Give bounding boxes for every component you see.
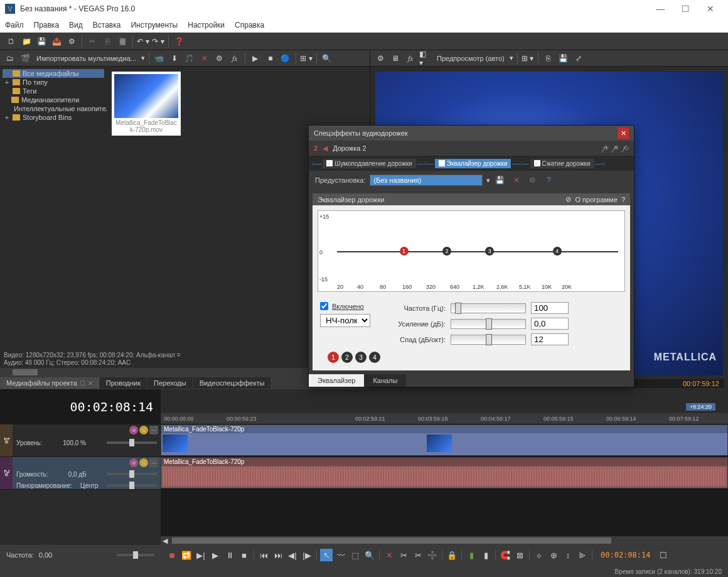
preview-props-icon[interactable]: ⚙ xyxy=(374,52,387,65)
solo-icon[interactable]: S xyxy=(139,458,148,467)
tree-all-media[interactable]: Все медиафайлы xyxy=(3,69,104,78)
track-header-video[interactable]: 1≡ ⊘S⋯ Уровень:100,0 % xyxy=(0,424,161,457)
eq-node-4[interactable]: 4 xyxy=(553,247,562,256)
tab-project-media[interactable]: Медиафайлы проекта☐✕ xyxy=(0,377,99,389)
stop-icon[interactable]: ■ xyxy=(238,549,250,561)
preview-external-icon[interactable]: 🖥 xyxy=(389,52,402,65)
go-start-icon[interactable]: ⏮ xyxy=(257,549,270,561)
rate-fader[interactable] xyxy=(117,554,154,556)
preset-delete-icon[interactable]: ✕ xyxy=(510,174,523,186)
tab-channels[interactable]: Каналы xyxy=(364,374,406,387)
go-end-icon[interactable]: ⏭ xyxy=(272,549,284,561)
ignore-icon[interactable]: ↕ xyxy=(562,549,574,561)
dialog-titlebar[interactable]: Спецэффекты аудиодорожек ✕ xyxy=(309,126,634,141)
eq-node-2[interactable]: 2 xyxy=(442,247,451,256)
preset-combo[interactable]: (Без названия) xyxy=(370,175,483,186)
media-fx-icon[interactable]: 𝑓𝑥 xyxy=(228,52,241,65)
preview-split-icon[interactable]: ◧ ▾ xyxy=(419,52,432,65)
loop-icon[interactable]: 🔁 xyxy=(180,549,193,561)
tree-tags[interactable]: Теги xyxy=(3,87,104,95)
preset-help-icon[interactable]: ? xyxy=(543,174,555,186)
help-icon[interactable]: ❓ xyxy=(173,35,185,48)
menu-view[interactable]: Вид xyxy=(69,21,83,30)
chain-eq[interactable]: ✓Эквалайзер дорожки xyxy=(435,159,511,168)
tab-videofx[interactable]: Видеоспецэффекты xyxy=(193,377,271,389)
import-label[interactable]: Импортировать мультимедиа... xyxy=(36,55,136,62)
stop-icon[interactable]: ■ xyxy=(264,52,277,65)
view-icon[interactable]: ⊞ ▾ xyxy=(300,52,313,65)
help-link[interactable]: ? xyxy=(621,196,625,203)
eq-node-1[interactable]: 1 xyxy=(400,247,409,256)
next-frame-icon[interactable]: |▶ xyxy=(301,549,313,561)
timeline-scrollbar[interactable]: ◀ xyxy=(161,536,728,545)
dialog-close-button[interactable]: ✕ xyxy=(618,127,629,139)
fx-chain-icon[interactable]: 𝑓○ xyxy=(623,144,629,153)
menu-options[interactable]: Настройки xyxy=(188,21,225,30)
menu-tools[interactable]: Инструменты xyxy=(131,21,178,30)
record-icon[interactable]: ⏺ xyxy=(166,549,178,561)
preview-scale-icon[interactable]: ⤢ xyxy=(572,52,585,65)
sync-icon[interactable]: ⊕ xyxy=(547,549,560,561)
cut-icon[interactable]: ✂ xyxy=(86,35,99,48)
normal-edit-icon[interactable]: ↖ xyxy=(320,549,333,561)
track-header-audio[interactable]: 2≡ ⊘S⋯ Громкость:0,0 дБ Панорамирование:… xyxy=(0,457,161,490)
preview-fx-icon[interactable]: 𝑓𝑥 xyxy=(404,52,417,65)
play-icon[interactable]: ▶ xyxy=(209,549,222,561)
preset-dropdown-icon[interactable]: ▾ xyxy=(486,176,490,185)
menu-help[interactable]: Справка xyxy=(235,21,264,30)
preview-overlay-icon[interactable]: ⊞ ▾ xyxy=(522,52,534,65)
fx-add-icon[interactable]: 𝑓+ xyxy=(602,144,609,153)
preset-save-icon[interactable]: 💾 xyxy=(494,174,506,186)
filter-type-select[interactable]: НЧ-полка xyxy=(320,314,370,327)
menu-insert[interactable]: Вставка xyxy=(93,21,121,30)
add-icon[interactable]: ☐ xyxy=(657,549,670,561)
tab-explorer[interactable]: Проводник xyxy=(100,377,147,389)
audio-clip[interactable]: Metallica_FadeToBlack-720p xyxy=(161,457,728,488)
pause-icon[interactable]: ⏸ xyxy=(223,549,236,561)
tab-pin-icon[interactable]: ☐ xyxy=(80,380,85,387)
chain-comp[interactable]: ✓Сжатие дорожки xyxy=(530,159,594,168)
tree-storage[interactable]: Медианакопители xyxy=(3,95,104,104)
split-icon[interactable]: ➗ xyxy=(426,549,439,561)
vol-fader[interactable] xyxy=(107,473,157,475)
save-icon[interactable]: 💾 xyxy=(35,35,48,48)
video-clip[interactable]: Metallica_FadeToBlack-720p xyxy=(161,424,728,456)
level-fader[interactable] xyxy=(107,441,157,444)
tree-intellectual[interactable]: Интеллектуальные накопители xyxy=(3,104,104,113)
clips-area[interactable]: Metallica_FadeToBlack-720p Metallica_Fad… xyxy=(161,424,728,536)
ruler[interactable]: 00:00:00:00 00:00:59:23 00:02:59:21 00:0… xyxy=(161,413,728,424)
mute-icon[interactable]: ⊘ xyxy=(129,458,138,467)
transport-timecode[interactable]: 00:02:08:14 xyxy=(601,551,650,559)
timecode-display[interactable]: 00:02:08:14 xyxy=(70,399,153,414)
band-tab-4[interactable]: 4 xyxy=(369,352,380,363)
copy-icon[interactable]: ⎘ xyxy=(101,35,114,48)
play-start-icon[interactable]: ▶| xyxy=(195,549,207,561)
close-button[interactable]: ✕ xyxy=(698,0,723,18)
preset-tools-icon[interactable]: ⚙ xyxy=(527,174,539,186)
gain-slider[interactable] xyxy=(451,319,526,329)
preview-quality[interactable]: Предпросмотр (авто) xyxy=(437,55,505,62)
menu-edit[interactable]: Правка xyxy=(34,21,60,30)
marker-icon[interactable]: ▮ xyxy=(465,549,478,561)
minimize-button[interactable]: — xyxy=(648,0,673,18)
slope-input[interactable] xyxy=(531,333,569,345)
paste-icon[interactable]: 📋 xyxy=(116,35,129,48)
quantize-icon[interactable]: ⫸ xyxy=(576,549,589,561)
menu-file[interactable]: Файл xyxy=(5,21,24,30)
remove-unused-icon[interactable]: ✕ xyxy=(198,52,211,65)
prev-frame-icon[interactable]: ◀| xyxy=(286,549,299,561)
capture-icon[interactable]: 📹 xyxy=(153,52,166,65)
new-icon[interactable]: 🗋 xyxy=(5,35,18,48)
eq-node-3[interactable]: 3 xyxy=(485,247,494,256)
chain-noise[interactable]: ✓Шумоподавление дорожки xyxy=(323,159,416,168)
preview-save-icon[interactable]: 💾 xyxy=(557,52,570,65)
end-marker[interactable]: +8:24:20 xyxy=(686,403,715,411)
bypass-icon[interactable]: ⊘ xyxy=(565,195,571,203)
tree-by-type[interactable]: +По типу xyxy=(3,78,104,87)
trim-end-icon[interactable]: ✂ xyxy=(412,549,424,561)
properties-icon[interactable]: ⚙ xyxy=(65,35,78,48)
redo-icon[interactable]: ↷ ▾ xyxy=(152,35,164,48)
delete-icon[interactable]: ✕ xyxy=(383,549,395,561)
gain-input[interactable] xyxy=(531,318,569,330)
remove-icon[interactable]: 🎵 xyxy=(183,52,196,65)
